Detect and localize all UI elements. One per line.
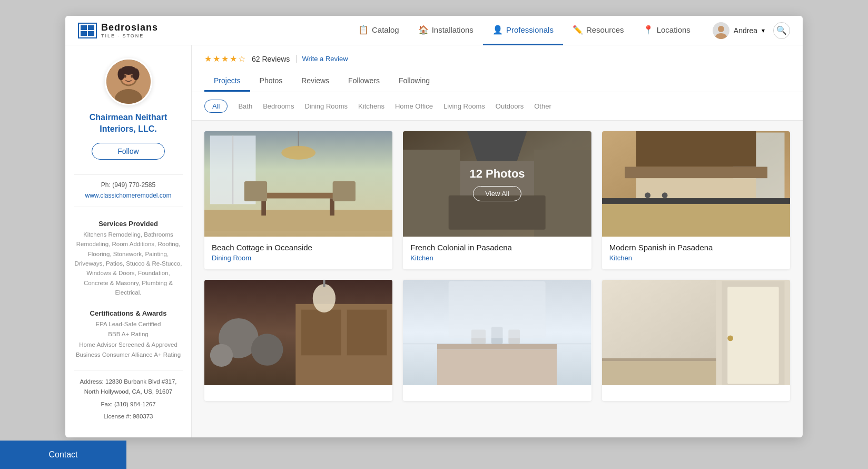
profile-name: Chairmean NeithartInteriors, LLC. <box>90 112 167 135</box>
overlay-viewall-2[interactable]: View All <box>473 186 521 201</box>
content-tabs: Projects Photos Reviews Followers Follow… <box>204 71 790 92</box>
project-info-3: Modern Spanish in Pasadena Kitchen <box>602 237 790 269</box>
logo-name: Bedrosians <box>101 22 158 33</box>
logo-icon <box>78 23 97 38</box>
tab-reviews[interactable]: Reviews <box>292 71 339 92</box>
project-info-5 <box>403 385 591 401</box>
svg-rect-52 <box>449 281 546 338</box>
filter-home-office[interactable]: Home Office <box>395 100 433 112</box>
svg-point-58 <box>727 335 733 341</box>
project-category-3: Kitchen <box>609 254 783 262</box>
svg-rect-57 <box>727 287 778 384</box>
svg-rect-34 <box>602 198 790 204</box>
project-info-2: French Colonial in Pasadena Kitchen <box>403 237 591 269</box>
project-info-6 <box>602 385 790 401</box>
user-menu[interactable]: Andrea ▾ <box>708 22 769 39</box>
header: Bedrosians TILE · STONE 📋 Catalog 🏠 Inst… <box>65 16 803 45</box>
svg-rect-22 <box>333 181 356 201</box>
filter-outdoors[interactable]: Outdoors <box>496 100 524 112</box>
project-image-4 <box>204 280 392 385</box>
svg-rect-45 <box>323 280 325 287</box>
project-overlay-2: 12 Photos View All <box>403 131 591 237</box>
project-image-6 <box>602 280 790 385</box>
logo-sub: TILE · STONE <box>101 33 158 38</box>
filter-other[interactable]: Other <box>534 100 551 112</box>
services-title: Services Provided <box>98 220 158 228</box>
tab-photos[interactable]: Photos <box>250 71 292 92</box>
svg-rect-33 <box>602 201 790 237</box>
catalog-icon: 📋 <box>358 25 369 35</box>
nav-item-resources[interactable]: ✏️ Resources <box>563 16 634 45</box>
filter-kitchens[interactable]: Kitchens <box>358 100 384 112</box>
project-card-3[interactable]: Modern Spanish in Pasadena Kitchen <box>602 131 790 269</box>
nav-item-catalog[interactable]: 📋 Catalog <box>349 16 409 45</box>
svg-point-9 <box>117 69 124 80</box>
nav-label-professionals: Professionals <box>506 25 554 34</box>
certs-text: EPA Lead-Safe CertifiedBBB A+ RatingHome… <box>76 319 181 360</box>
svg-point-44 <box>313 284 336 312</box>
project-info-1: Beach Cottage in Oceanside Dining Room <box>204 237 392 269</box>
website-url[interactable]: www.classichomeremodel.com <box>85 192 171 199</box>
svg-point-36 <box>662 192 667 198</box>
svg-point-35 <box>645 192 650 198</box>
svg-point-0 <box>718 26 724 32</box>
project-category-2: Kitchen <box>410 254 584 262</box>
project-card-6[interactable] <box>602 280 790 401</box>
project-image-2: 12 Photos View All <box>403 131 591 237</box>
locations-icon: 📍 <box>643 25 654 35</box>
main-layout: Chairmean NeithartInteriors, LLC. Follow… <box>65 45 803 437</box>
project-card-1[interactable]: Beach Cottage in Oceanside Dining Room <box>204 131 392 269</box>
follow-button[interactable]: Follow <box>92 143 164 160</box>
tab-following[interactable]: Following <box>389 71 439 92</box>
avatar <box>105 58 152 105</box>
license: License #: 980373 <box>104 412 153 422</box>
star-rating: ★★★★☆ <box>204 54 246 64</box>
nav-label-resources: Resources <box>586 25 624 34</box>
project-image-1 <box>204 131 392 237</box>
main-nav: 📋 Catalog 🏠 Installations 👤 Professional… <box>349 16 700 45</box>
tab-followers[interactable]: Followers <box>339 71 389 92</box>
filter-dining-rooms[interactable]: Dining Rooms <box>304 100 348 112</box>
certs-title: Certifications & Awards <box>90 309 167 317</box>
svg-rect-21 <box>244 181 267 201</box>
nav-label-catalog: Catalog <box>372 25 399 34</box>
svg-point-20 <box>281 146 315 160</box>
nav-item-locations[interactable]: 📍 Locations <box>634 16 700 45</box>
svg-rect-47 <box>437 344 557 350</box>
svg-rect-60 <box>602 358 716 361</box>
project-card-5[interactable] <box>403 280 591 401</box>
project-category-1: Dining Room <box>212 254 385 262</box>
sidebar-divider-2 <box>74 207 183 207</box>
fax: Fax: (310) 984-1267 <box>101 399 155 410</box>
logo-text: Bedrosians TILE · STONE <box>101 22 158 38</box>
filter-all[interactable]: All <box>204 100 228 113</box>
professionals-icon: 👤 <box>492 25 503 35</box>
search-button[interactable]: 🔍 <box>773 22 790 39</box>
svg-rect-30 <box>636 131 756 167</box>
filter-bedrooms[interactable]: Bedrooms <box>263 100 294 112</box>
review-count: 62 Reviews <box>252 55 290 63</box>
sidebar-divider <box>74 174 183 175</box>
svg-rect-13 <box>204 210 392 231</box>
nav-label-installations: Installations <box>432 25 474 34</box>
project-info-4 <box>204 385 392 401</box>
project-title-3: Modern Spanish in Pasadena <box>609 243 783 252</box>
write-review-link[interactable]: Write a Review <box>296 55 348 63</box>
project-card-4[interactable] <box>204 280 392 401</box>
website-link[interactable]: www.classichomeremodel.com <box>74 192 183 199</box>
user-avatar <box>713 22 729 39</box>
app-window: Bedrosians TILE · STONE 📋 Catalog 🏠 Inst… <box>65 16 803 437</box>
nav-item-professionals[interactable]: 👤 Professionals <box>483 16 563 45</box>
project-card-2[interactable]: 12 Photos View All French Colonial in Pa… <box>403 131 591 269</box>
logo[interactable]: Bedrosians TILE · STONE <box>78 22 158 38</box>
sidebar: Chairmean NeithartInteriors, LLC. Follow… <box>65 45 192 437</box>
chevron-down-icon: ▾ <box>762 27 765 34</box>
address: Address: 12830 Burbank Blvd #317, North … <box>74 377 183 397</box>
filter-bar: All Bath Bedrooms Dining Rooms Kitchens … <box>192 92 803 121</box>
tab-projects[interactable]: Projects <box>204 71 250 92</box>
project-title-2: French Colonial in Pasadena <box>410 243 584 252</box>
nav-item-installations[interactable]: 🏠 Installations <box>409 16 483 45</box>
filter-living-rooms[interactable]: Living Rooms <box>443 100 485 112</box>
content-header: ★★★★☆ 62 Reviews Write a Review Projects… <box>192 45 803 92</box>
filter-bath[interactable]: Bath <box>238 100 252 112</box>
